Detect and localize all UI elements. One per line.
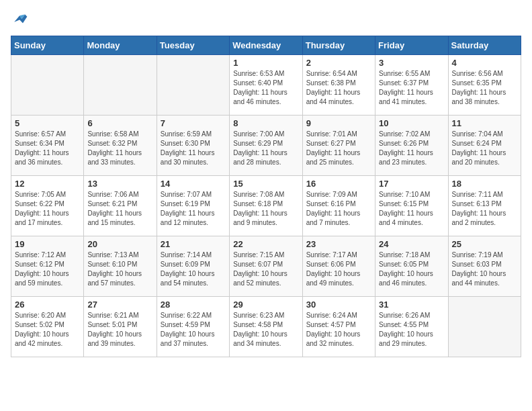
day-info: Sunrise: 7:06 AM Sunset: 6:21 PM Dayligh… (87, 190, 152, 228)
day-number: 24 (379, 239, 444, 249)
calendar-cell: 10Sunrise: 7:02 AM Sunset: 6:26 PM Dayli… (375, 115, 448, 175)
day-info: Sunrise: 6:24 AM Sunset: 4:57 PM Dayligh… (306, 311, 371, 349)
day-info: Sunrise: 6:53 AM Sunset: 6:40 PM Dayligh… (233, 69, 298, 107)
calendar-cell (157, 54, 229, 115)
calendar-cell: 12Sunrise: 7:05 AM Sunset: 6:22 PM Dayli… (11, 175, 84, 236)
logo (11, 11, 28, 30)
calendar-cell: 14Sunrise: 7:07 AM Sunset: 6:19 PM Dayli… (157, 175, 229, 236)
day-number: 14 (161, 179, 226, 189)
calendar-cell (448, 296, 521, 357)
day-info: Sunrise: 6:23 AM Sunset: 4:58 PM Dayligh… (233, 311, 298, 349)
weekday-header-tuesday: Tuesday (157, 36, 229, 54)
day-number: 11 (452, 118, 517, 128)
day-number: 20 (87, 239, 152, 249)
calendar-cell: 31Sunrise: 6:26 AM Sunset: 4:55 PM Dayli… (375, 296, 448, 357)
calendar-header-row: SundayMondayTuesdayWednesdayThursdayFrid… (11, 36, 521, 54)
calendar-cell: 30Sunrise: 6:24 AM Sunset: 4:57 PM Dayli… (302, 296, 375, 357)
calendar-cell: 25Sunrise: 7:19 AM Sunset: 6:03 PM Dayli… (448, 236, 521, 296)
day-number: 28 (161, 300, 226, 310)
calendar-cell: 20Sunrise: 7:13 AM Sunset: 6:10 PM Dayli… (84, 236, 157, 296)
calendar-cell: 9Sunrise: 7:01 AM Sunset: 6:27 PM Daylig… (302, 115, 375, 175)
day-info: Sunrise: 6:21 AM Sunset: 5:01 PM Dayligh… (87, 311, 152, 349)
day-number: 12 (15, 179, 80, 189)
day-info: Sunrise: 7:05 AM Sunset: 6:22 PM Dayligh… (15, 190, 80, 228)
page-header (11, 11, 521, 30)
day-number: 1 (233, 58, 298, 68)
calendar-cell: 16Sunrise: 7:09 AM Sunset: 6:16 PM Dayli… (302, 175, 375, 236)
day-info: Sunrise: 6:54 AM Sunset: 6:38 PM Dayligh… (306, 69, 371, 107)
day-number: 23 (306, 239, 371, 249)
weekday-header-saturday: Saturday (448, 36, 521, 54)
calendar-cell: 29Sunrise: 6:23 AM Sunset: 4:58 PM Dayli… (230, 296, 302, 357)
calendar-week-row: 26Sunrise: 6:20 AM Sunset: 5:02 PM Dayli… (11, 296, 521, 357)
calendar-week-row: 12Sunrise: 7:05 AM Sunset: 6:22 PM Dayli… (11, 175, 521, 236)
day-info: Sunrise: 7:00 AM Sunset: 6:29 PM Dayligh… (233, 130, 298, 167)
day-number: 31 (379, 300, 444, 310)
day-number: 4 (452, 58, 517, 68)
calendar-cell: 21Sunrise: 7:14 AM Sunset: 6:09 PM Dayli… (157, 236, 229, 296)
day-info: Sunrise: 6:26 AM Sunset: 4:55 PM Dayligh… (379, 311, 444, 349)
day-number: 22 (233, 239, 298, 249)
calendar-cell: 7Sunrise: 6:59 AM Sunset: 6:30 PM Daylig… (157, 115, 229, 175)
day-info: Sunrise: 6:56 AM Sunset: 6:35 PM Dayligh… (452, 69, 517, 107)
day-info: Sunrise: 7:11 AM Sunset: 6:13 PM Dayligh… (452, 190, 517, 228)
day-info: Sunrise: 6:20 AM Sunset: 5:02 PM Dayligh… (15, 311, 80, 349)
day-number: 9 (306, 118, 371, 128)
weekday-header-thursday: Thursday (302, 36, 375, 54)
day-number: 13 (87, 179, 152, 189)
day-info: Sunrise: 7:18 AM Sunset: 6:05 PM Dayligh… (379, 250, 444, 288)
day-info: Sunrise: 6:57 AM Sunset: 6:34 PM Dayligh… (15, 130, 80, 167)
day-number: 17 (379, 179, 444, 189)
calendar-week-row: 19Sunrise: 7:12 AM Sunset: 6:12 PM Dayli… (11, 236, 521, 296)
day-number: 10 (379, 118, 444, 128)
calendar-week-row: 5Sunrise: 6:57 AM Sunset: 6:34 PM Daylig… (11, 115, 521, 175)
weekday-header-wednesday: Wednesday (230, 36, 302, 54)
calendar-cell: 8Sunrise: 7:00 AM Sunset: 6:29 PM Daylig… (230, 115, 302, 175)
day-info: Sunrise: 7:02 AM Sunset: 6:26 PM Dayligh… (379, 130, 444, 167)
day-number: 25 (452, 239, 517, 249)
calendar-cell: 2Sunrise: 6:54 AM Sunset: 6:38 PM Daylig… (302, 54, 375, 115)
calendar-cell (11, 54, 84, 115)
day-number: 15 (233, 179, 298, 189)
calendar-cell: 3Sunrise: 6:55 AM Sunset: 6:37 PM Daylig… (375, 54, 448, 115)
day-info: Sunrise: 7:19 AM Sunset: 6:03 PM Dayligh… (452, 250, 517, 288)
day-number: 2 (306, 58, 371, 68)
calendar-cell: 28Sunrise: 6:22 AM Sunset: 4:59 PM Dayli… (157, 296, 229, 357)
day-info: Sunrise: 7:09 AM Sunset: 6:16 PM Dayligh… (306, 190, 371, 228)
calendar-cell: 24Sunrise: 7:18 AM Sunset: 6:05 PM Dayli… (375, 236, 448, 296)
day-info: Sunrise: 7:13 AM Sunset: 6:10 PM Dayligh… (87, 250, 152, 288)
day-number: 19 (15, 239, 80, 249)
day-info: Sunrise: 7:17 AM Sunset: 6:06 PM Dayligh… (306, 250, 371, 288)
day-number: 30 (306, 300, 371, 310)
day-number: 18 (452, 179, 517, 189)
day-number: 21 (161, 239, 226, 249)
calendar-cell: 17Sunrise: 7:10 AM Sunset: 6:15 PM Dayli… (375, 175, 448, 236)
day-info: Sunrise: 6:58 AM Sunset: 6:32 PM Dayligh… (87, 130, 152, 167)
day-number: 16 (306, 179, 371, 189)
day-info: Sunrise: 7:01 AM Sunset: 6:27 PM Dayligh… (306, 130, 371, 167)
day-info: Sunrise: 7:08 AM Sunset: 6:18 PM Dayligh… (233, 190, 298, 228)
calendar-cell: 15Sunrise: 7:08 AM Sunset: 6:18 PM Dayli… (230, 175, 302, 236)
calendar-cell: 4Sunrise: 6:56 AM Sunset: 6:35 PM Daylig… (448, 54, 521, 115)
day-number: 26 (15, 300, 80, 310)
calendar-cell: 27Sunrise: 6:21 AM Sunset: 5:01 PM Dayli… (84, 296, 157, 357)
weekday-header-monday: Monday (84, 36, 157, 54)
day-info: Sunrise: 6:55 AM Sunset: 6:37 PM Dayligh… (379, 69, 444, 107)
calendar-cell: 22Sunrise: 7:15 AM Sunset: 6:07 PM Dayli… (230, 236, 302, 296)
calendar-cell: 5Sunrise: 6:57 AM Sunset: 6:34 PM Daylig… (11, 115, 84, 175)
day-number: 29 (233, 300, 298, 310)
calendar-cell: 6Sunrise: 6:58 AM Sunset: 6:32 PM Daylig… (84, 115, 157, 175)
calendar-cell: 13Sunrise: 7:06 AM Sunset: 6:21 PM Dayli… (84, 175, 157, 236)
day-info: Sunrise: 7:07 AM Sunset: 6:19 PM Dayligh… (161, 190, 226, 228)
day-info: Sunrise: 6:59 AM Sunset: 6:30 PM Dayligh… (161, 130, 226, 167)
day-info: Sunrise: 6:22 AM Sunset: 4:59 PM Dayligh… (161, 311, 226, 349)
calendar-cell: 1Sunrise: 6:53 AM Sunset: 6:40 PM Daylig… (230, 54, 302, 115)
calendar-table: SundayMondayTuesdayWednesdayThursdayFrid… (11, 36, 521, 357)
day-info: Sunrise: 7:12 AM Sunset: 6:12 PM Dayligh… (15, 250, 80, 288)
day-info: Sunrise: 7:10 AM Sunset: 6:15 PM Dayligh… (379, 190, 444, 228)
calendar-week-row: 1Sunrise: 6:53 AM Sunset: 6:40 PM Daylig… (11, 54, 521, 115)
day-info: Sunrise: 7:04 AM Sunset: 6:24 PM Dayligh… (452, 130, 517, 167)
calendar-cell (84, 54, 157, 115)
logo-text (11, 11, 28, 30)
weekday-header-sunday: Sunday (11, 36, 84, 54)
